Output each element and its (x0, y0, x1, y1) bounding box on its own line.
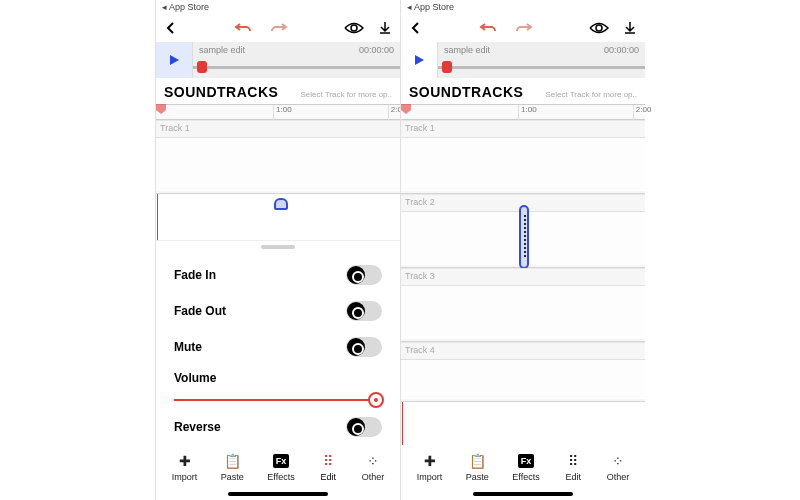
track-lane-3[interactable]: Track 3 (401, 268, 645, 342)
svg-point-1 (596, 25, 602, 31)
play-button[interactable] (401, 42, 437, 78)
status-back-link[interactable]: ◂ App Store (401, 0, 645, 14)
clip-time: 00:00:00 (604, 45, 639, 55)
clip-time: 00:00:00 (359, 45, 394, 55)
tab-paste[interactable]: 📋Paste (221, 452, 244, 482)
audio-clip[interactable] (519, 205, 529, 269)
option-mute-label: Mute (174, 340, 202, 354)
edit-icon: ⠿ (563, 452, 583, 470)
download-icon[interactable] (623, 21, 637, 35)
option-fade-out-label: Fade Out (174, 304, 226, 318)
section-hint: Select Track for more op.. (545, 90, 637, 99)
preview-icon[interactable] (589, 21, 609, 35)
preview-icon[interactable] (344, 21, 364, 35)
toggle-mute[interactable] (346, 337, 382, 357)
edit-icon: ⠿ (318, 452, 338, 470)
tab-edit[interactable]: ⠿Edit (318, 452, 338, 482)
fx-icon: Fx (516, 452, 536, 470)
undo-button[interactable] (479, 21, 497, 35)
screen-edit-panel: ◂ App Store sample edit 00:00:00 SOUNDTR… (155, 0, 400, 500)
section-title: SOUNDTRACKS (164, 84, 278, 100)
timeline-scrubber[interactable]: sample edit 00:00:00 (192, 42, 400, 78)
bottom-tabs: ✚Import 📋Paste FxEffects ⠿Edit ⁘Other (401, 445, 645, 486)
status-back-link[interactable]: ◂ App Store (156, 0, 400, 14)
volume-slider[interactable] (174, 399, 382, 401)
other-icon: ⁘ (608, 452, 628, 470)
tab-other[interactable]: ⁘Other (362, 452, 385, 482)
edit-options-panel: Fade In Fade Out Mute Volume Reverse (156, 240, 400, 445)
svg-point-0 (351, 25, 357, 31)
tab-effects[interactable]: FxEffects (512, 452, 539, 482)
play-button[interactable] (156, 42, 192, 78)
back-button[interactable] (164, 21, 178, 35)
plus-icon: ✚ (420, 452, 440, 470)
toggle-reverse[interactable] (346, 417, 382, 437)
option-volume-label: Volume (174, 371, 382, 385)
home-indicator (228, 492, 328, 496)
time-ruler[interactable]: 1:00 2:00 (401, 104, 645, 120)
volume-knob[interactable] (368, 392, 384, 408)
scrubber-knob[interactable] (442, 61, 452, 73)
tab-import[interactable]: ✚Import (417, 452, 443, 482)
time-ruler[interactable]: 1:00 2:00 (156, 104, 400, 120)
redo-button[interactable] (515, 21, 533, 35)
section-hint: Select Track for more op.. (300, 90, 392, 99)
download-icon[interactable] (378, 21, 392, 35)
toggle-fade-in[interactable] (346, 265, 382, 285)
ruler-marker[interactable] (401, 104, 411, 114)
track-lane-1[interactable]: Track 1 (401, 120, 645, 194)
plus-icon: ✚ (175, 452, 195, 470)
option-fade-in-label: Fade In (174, 268, 216, 282)
fx-icon: Fx (271, 452, 291, 470)
track-lane-1[interactable]: Track 1 (156, 120, 400, 194)
tab-paste[interactable]: 📋Paste (466, 452, 489, 482)
toggle-fade-out[interactable] (346, 301, 382, 321)
redo-button[interactable] (270, 21, 288, 35)
undo-button[interactable] (234, 21, 252, 35)
back-button[interactable] (409, 21, 423, 35)
home-indicator (473, 492, 573, 496)
track-lane-4[interactable]: Track 4 (401, 342, 645, 402)
clipboard-icon: 📋 (222, 452, 242, 470)
tab-other[interactable]: ⁘Other (607, 452, 630, 482)
timeline-scrubber[interactable]: sample edit 00:00:00 (437, 42, 645, 78)
track-lane-2[interactable]: Track 2 (401, 194, 645, 268)
track-label: Track 1 (160, 123, 190, 133)
audio-clip[interactable] (274, 198, 288, 210)
tab-edit[interactable]: ⠿Edit (563, 452, 583, 482)
other-icon: ⁘ (363, 452, 383, 470)
drag-handle[interactable] (261, 245, 295, 249)
scrubber-knob[interactable] (197, 61, 207, 73)
section-title: SOUNDTRACKS (409, 84, 523, 100)
clipboard-icon: 📋 (467, 452, 487, 470)
tab-import[interactable]: ✚Import (172, 452, 198, 482)
bottom-tabs: ✚Import 📋Paste FxEffects ⠿Edit ⁘Other (156, 445, 400, 486)
option-reverse-label: Reverse (174, 420, 221, 434)
tab-effects[interactable]: FxEffects (267, 452, 294, 482)
ruler-marker[interactable] (156, 104, 166, 114)
screen-multitrack: ◂ App Store sample edit 00:00:00 SOUNDTR… (400, 0, 645, 500)
